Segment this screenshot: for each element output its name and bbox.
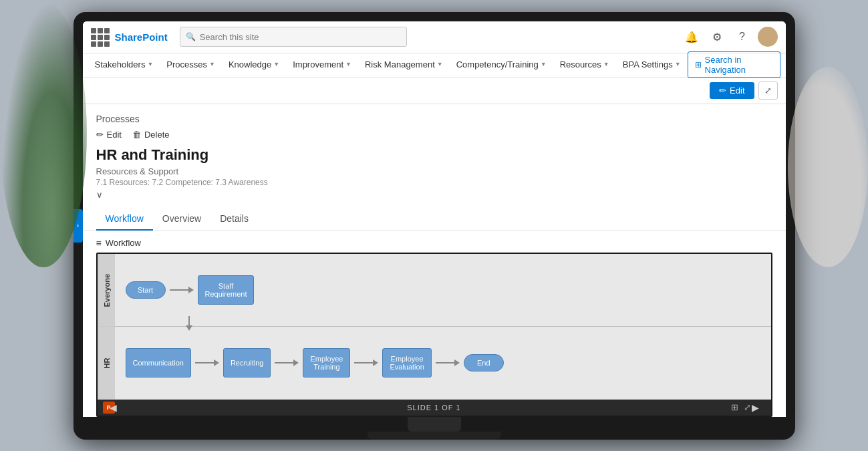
- swim-lane-hr: HR Communication: [98, 327, 771, 400]
- waffle-menu[interactable]: [91, 28, 108, 45]
- page-title: HR and Training: [96, 146, 772, 164]
- search-icon: 🔍: [186, 32, 196, 41]
- workflow-header: ≡ Workflow: [96, 238, 772, 249]
- node-communication: Communication: [126, 348, 191, 378]
- search-input[interactable]: [200, 32, 401, 42]
- nav-item-processes[interactable]: Processes ▼: [160, 53, 222, 77]
- chevron-down-icon: ▼: [541, 61, 547, 67]
- node-employee-evaluation: EmployeeEvaluation: [382, 348, 431, 378]
- chevron-down-icon: ▼: [273, 61, 279, 67]
- nav-item-bpa-settings[interactable]: BPA Settings ▼: [616, 53, 688, 77]
- nav-label-competency: Competency/Training: [456, 59, 539, 69]
- nav-label-risk: Risk Management: [365, 59, 435, 69]
- employee-training-node: EmployeeTraining: [303, 348, 350, 378]
- pencil-small-icon: ✏: [96, 130, 104, 140]
- staff-requirement-node: StaffRequirement: [198, 275, 255, 305]
- notification-icon[interactable]: 🔔: [682, 27, 702, 47]
- nav-item-improvement[interactable]: Improvement ▼: [286, 53, 358, 77]
- arrow-evaluation-to-end: [432, 359, 464, 366]
- pencil-icon: ✏: [719, 86, 726, 96]
- delete-button[interactable]: 🗑 Delete: [132, 130, 170, 140]
- swim-lane-everyone: Everyone Start StaffRequir: [98, 254, 771, 327]
- node-staff-requirement: StaffRequirement: [198, 275, 255, 305]
- edit-page-button[interactable]: ✏ Edit: [710, 82, 754, 99]
- node-end: End: [464, 354, 504, 371]
- sidebar-toggle-button[interactable]: ›: [74, 209, 83, 243]
- diagram-body: Everyone Start StaffRequir: [98, 254, 771, 400]
- edit-button[interactable]: ✏ Edit: [96, 130, 122, 140]
- workflow-section: ≡ Workflow Everyone Start: [83, 231, 786, 417]
- nav-item-competency-training[interactable]: Competency/Training ▼: [450, 53, 553, 77]
- collapse-chevron-icon[interactable]: ∨: [96, 190, 772, 200]
- node-start: Start: [126, 281, 166, 299]
- arrow-comm-to-recruiting: [191, 359, 223, 366]
- chevron-down-icon: ▼: [603, 61, 609, 67]
- monitor: SharePoint 🔍 🔔 ⚙ ? Stakeholders ▼ Proces…: [74, 12, 795, 440]
- workflow-diagram: Everyone Start StaffRequir: [96, 253, 772, 417]
- page-toolbar: ✏ Edit ⤢: [83, 78, 786, 104]
- nav-item-stakeholders[interactable]: Stakeholders ▼: [88, 53, 160, 77]
- expand-button[interactable]: ⤢: [758, 82, 778, 100]
- brand-label: SharePoint: [115, 31, 168, 43]
- nav-label-knowledge: Knowledge: [229, 59, 271, 69]
- trash-icon: 🗑: [132, 130, 141, 140]
- employee-evaluation-node: EmployeeEvaluation: [382, 348, 431, 378]
- page-title-area: Processes ✏ Edit 🗑 Delete HR and Trainin…: [83, 104, 786, 205]
- arrow-training-to-evaluation: [350, 359, 382, 366]
- monitor-base: [368, 432, 501, 440]
- chevron-down-icon: ▼: [147, 61, 153, 67]
- node-employee-training: EmployeeTraining: [303, 348, 350, 378]
- delete-action-label: Delete: [144, 130, 170, 140]
- nav-bar: Stakeholders ▼ Processes ▼ Knowledge ▼ I…: [83, 53, 786, 78]
- search-box[interactable]: 🔍: [180, 27, 407, 47]
- slide-prev-button[interactable]: ◀: [103, 402, 124, 413]
- diagram-bottom-icons: ⊞ ⤢: [731, 402, 751, 412]
- end-node: End: [464, 354, 504, 371]
- nav-item-resources[interactable]: Resources ▼: [553, 53, 616, 77]
- header-actions: 🔔 ⚙ ?: [682, 27, 778, 47]
- chevron-down-icon: ▼: [209, 61, 215, 67]
- nav-label-bpa: BPA Settings: [623, 59, 673, 69]
- lane-label-everyone: Everyone: [98, 254, 115, 327]
- settings-icon[interactable]: ⚙: [707, 27, 727, 47]
- diagram-bottom-bar: P ◀ SLIDE 1 OF 1 ▶ ⊞ ⤢: [98, 400, 771, 416]
- help-icon[interactable]: ?: [732, 27, 752, 47]
- nav-item-risk-management[interactable]: Risk Management ▼: [358, 53, 450, 77]
- main-content: Processes ✏ Edit 🗑 Delete HR and Trainin…: [83, 104, 786, 417]
- lane-content-everyone: Start StaffRequirement: [115, 254, 771, 327]
- tab-details[interactable]: Details: [210, 208, 258, 231]
- screen: SharePoint 🔍 🔔 ⚙ ? Stakeholders ▼ Proces…: [83, 21, 786, 417]
- recruiting-node: Recruiting: [223, 348, 271, 378]
- arrow-recruiting-to-training: [271, 359, 303, 366]
- chevron-down-icon: ▼: [437, 61, 443, 67]
- nav-label-stakeholders: Stakeholders: [95, 59, 146, 69]
- arrow-start-to-staff: [166, 287, 198, 293]
- workflow-section-label: Workflow: [106, 238, 141, 248]
- lane-content-hr: Communication Recruiting: [115, 327, 771, 400]
- tab-workflow[interactable]: Workflow: [96, 208, 153, 231]
- page-actions: ✏ Edit 🗑 Delete: [96, 130, 772, 140]
- nav-item-knowledge[interactable]: Knowledge ▼: [222, 53, 286, 77]
- sharepoint-header: SharePoint 🔍 🔔 ⚙ ?: [83, 21, 786, 53]
- avatar[interactable]: [758, 27, 778, 47]
- fullscreen-icon[interactable]: ⤢: [744, 402, 751, 412]
- nav-search-button[interactable]: ⊞ Search in Navigation: [688, 51, 780, 78]
- chevron-down-icon: ▼: [345, 61, 351, 67]
- page-subtitle: Resources & Support: [96, 166, 772, 176]
- start-node: Start: [126, 281, 166, 299]
- filter-icon: ⊞: [695, 60, 702, 69]
- tab-overview[interactable]: Overview: [153, 208, 210, 231]
- slide-indicator: SLIDE 1 OF 1: [407, 404, 460, 412]
- breadcrumb: Processes: [96, 114, 772, 124]
- expand-icon: ⤢: [764, 86, 772, 96]
- arrow-down-indicator: [186, 316, 192, 331]
- communication-node: Communication: [126, 348, 191, 378]
- nav-search-label: Search in Navigation: [705, 55, 773, 75]
- chevron-down-icon: ▼: [675, 61, 681, 67]
- grid-view-icon[interactable]: ⊞: [731, 402, 738, 412]
- node-recruiting: Recruiting: [223, 348, 271, 378]
- page-meta: 7.1 Resources: 7.2 Competence: 7.3 Aware…: [96, 178, 772, 187]
- tabs-bar: Workflow Overview Details: [83, 208, 786, 231]
- lane-label-hr: HR: [98, 327, 115, 400]
- edit-action-label: Edit: [107, 130, 122, 140]
